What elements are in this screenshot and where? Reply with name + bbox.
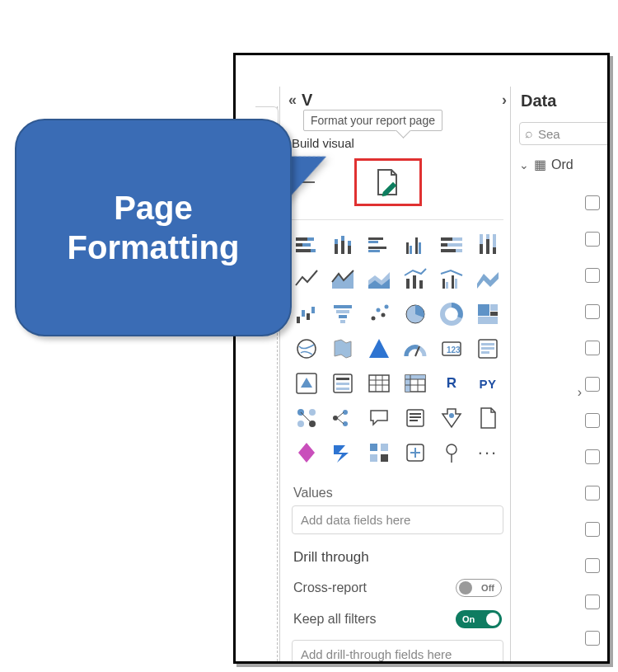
callout-text: Page Formatting <box>68 188 240 267</box>
kpi-icon[interactable] <box>292 369 321 398</box>
clustered-bar-icon <box>367 233 391 257</box>
stacked100-bar-icon[interactable] <box>437 230 466 260</box>
stacked100-column-icon[interactable] <box>473 230 503 260</box>
svg-rect-31 <box>493 247 496 254</box>
power-apps-icon[interactable] <box>292 438 321 468</box>
drill-through-label: Drill through <box>285 534 510 572</box>
svg-rect-47 <box>334 305 352 308</box>
line-icon[interactable] <box>292 265 321 294</box>
clustered-bar-icon[interactable] <box>364 230 394 260</box>
field-checkbox[interactable] <box>585 195 600 210</box>
py-script-icon[interactable]: PY <box>473 369 503 398</box>
expand-caret-icon[interactable]: › <box>578 385 582 400</box>
svg-rect-29 <box>486 239 489 254</box>
field-checkbox[interactable] <box>585 413 600 428</box>
svg-rect-6 <box>335 244 338 254</box>
qa-icon <box>367 406 391 430</box>
values-label: Values <box>285 471 510 505</box>
svg-rect-19 <box>419 242 421 254</box>
area-icon[interactable] <box>328 265 358 294</box>
azure-map-icon[interactable] <box>364 334 394 364</box>
qa-icon[interactable] <box>364 403 394 433</box>
collapse-pane-icon[interactable]: « <box>288 92 297 109</box>
treemap-icon[interactable] <box>473 299 503 329</box>
goals-icon[interactable] <box>437 403 466 433</box>
svg-rect-9 <box>341 236 344 241</box>
multirow-card-icon[interactable] <box>473 334 503 364</box>
decomposition-icon[interactable] <box>328 403 358 433</box>
keep-filters-label: Keep all filters <box>293 612 377 627</box>
drill-through-well[interactable]: Add drill-through fields here <box>292 640 503 664</box>
keep-filters-toggle[interactable]: On <box>456 610 502 628</box>
field-checkbox[interactable] <box>585 558 600 573</box>
pie-icon[interactable] <box>400 299 430 329</box>
power-automate-icon[interactable] <box>328 438 358 468</box>
field-checkbox[interactable] <box>585 232 600 247</box>
pin-visuals-icon[interactable] <box>437 438 466 468</box>
svg-rect-37 <box>419 280 423 289</box>
pane-overflow-icon[interactable]: › <box>502 92 507 109</box>
svg-rect-11 <box>348 241 351 246</box>
format-page-button[interactable] <box>372 166 405 199</box>
stacked-column-icon[interactable] <box>328 230 358 260</box>
scatter-icon[interactable] <box>364 299 394 329</box>
stacked-column-icon <box>330 233 355 257</box>
clustered-column-icon[interactable] <box>400 230 430 260</box>
waterfall-icon[interactable] <box>292 299 321 329</box>
get-visuals-icon[interactable] <box>400 438 430 468</box>
fields-search[interactable]: ⌕ Sea <box>519 122 610 145</box>
keep-filters-row: Keep all filters On <box>285 604 510 635</box>
paginated-icon[interactable] <box>473 403 503 433</box>
field-checkbox[interactable] <box>585 486 600 500</box>
field-checkbox[interactable] <box>585 341 600 355</box>
donut-icon[interactable] <box>437 299 466 329</box>
clustered-column-icon <box>403 233 428 257</box>
field-checkbox[interactable] <box>585 594 600 609</box>
svg-rect-35 <box>406 279 410 289</box>
more-icon[interactable]: ··· <box>473 438 503 468</box>
stacked-bar-icon[interactable] <box>292 230 321 260</box>
r-script-icon[interactable]: R <box>437 369 466 398</box>
card-icon[interactable]: 123 <box>437 334 466 364</box>
field-checkbox[interactable] <box>585 268 600 283</box>
app-source-icon[interactable] <box>364 438 394 468</box>
map-icon[interactable] <box>292 334 321 364</box>
filled-map-icon[interactable] <box>328 334 358 364</box>
line-stacked-column-icon[interactable] <box>400 265 430 294</box>
svg-rect-105 <box>370 444 377 451</box>
gauge-icon[interactable] <box>400 334 430 364</box>
table-node[interactable]: ⌄ ▦ Ord <box>519 145 605 177</box>
field-checkbox[interactable] <box>585 522 600 537</box>
svg-rect-15 <box>368 250 380 252</box>
ribbon-icon[interactable] <box>473 265 503 294</box>
field-checkbox[interactable] <box>585 304 600 319</box>
svg-rect-36 <box>413 275 416 289</box>
field-checkbox[interactable] <box>585 631 600 646</box>
svg-rect-40 <box>452 275 454 289</box>
svg-rect-59 <box>490 312 498 316</box>
field-checkbox[interactable] <box>585 377 600 392</box>
svg-marker-104 <box>334 445 349 463</box>
format-page-tooltip: Format your report page <box>303 110 442 131</box>
stacked-area-icon[interactable] <box>364 265 394 294</box>
svg-rect-4 <box>296 249 311 252</box>
values-well[interactable]: Add data fields here <box>292 505 503 534</box>
cross-report-toggle[interactable]: Off <box>456 579 502 597</box>
table-icon[interactable] <box>364 369 394 398</box>
line-clustered-column-icon[interactable] <box>437 265 466 294</box>
svg-rect-13 <box>368 241 378 243</box>
key-influencer-icon[interactable] <box>292 403 321 433</box>
matrix-icon[interactable] <box>400 369 430 398</box>
slicer-icon[interactable] <box>328 369 358 398</box>
line-stacked-column-icon <box>403 267 428 292</box>
visual-gallery: 123RPY··· <box>285 227 510 471</box>
data-pane: Data ⌕ Sea ⌄ ▦ Ord › <box>513 87 605 661</box>
svg-rect-48 <box>336 310 349 313</box>
svg-rect-83 <box>405 375 410 392</box>
svg-rect-49 <box>339 315 347 318</box>
treemap-icon <box>475 302 500 327</box>
svg-rect-73 <box>336 378 349 380</box>
funnel-icon[interactable] <box>328 299 358 329</box>
field-checkbox[interactable] <box>585 449 600 464</box>
narrative-icon[interactable] <box>400 403 430 433</box>
